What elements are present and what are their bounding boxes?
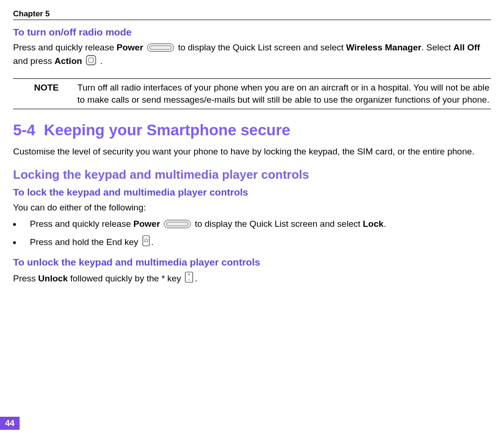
page-footer: 44	[0, 419, 20, 428]
text-fragment: .	[195, 273, 197, 283]
list-item: Press and quickly release Power to displ…	[21, 217, 491, 232]
heading-radio-mode: To turn on/off radio mode	[13, 27, 491, 38]
page-number: 44	[0, 417, 20, 430]
star-key-icon: *Y	[185, 272, 193, 286]
text-fragment: Press and quickly release	[30, 219, 133, 229]
text-fragment: and press	[13, 56, 55, 66]
section-title: Keeping your Smartphone secure	[44, 121, 290, 139]
heading-to-lock: To lock the keypad and multimedia player…	[13, 187, 491, 198]
svg-rect-6	[143, 236, 149, 246]
text-fragment: to display the Quick List screen and sel…	[195, 219, 363, 229]
section-intro: Customise the level of security you want…	[13, 146, 491, 158]
radio-mode-paragraph: Press and quickly release Power to displ…	[13, 42, 491, 68]
note-text: Turn off all radio interfaces of your ph…	[77, 82, 491, 105]
chapter-header: Chapter 5	[13, 9, 491, 20]
svg-rect-0	[147, 44, 174, 52]
text-fragment: . Select	[421, 42, 454, 52]
text-fragment: followed quickly by the * key	[68, 273, 183, 283]
text-fragment: Press	[13, 273, 38, 283]
text-fragment: Press and quickly release	[13, 42, 117, 52]
end-key-icon	[142, 235, 150, 250]
page-root: Chapter 5 To turn on/off radio mode Pres…	[0, 0, 504, 434]
action-label: Action	[55, 56, 82, 66]
power-label: Power	[117, 42, 143, 52]
action-button-icon	[86, 55, 96, 69]
unlock-label: Unlock	[38, 273, 68, 283]
svg-rect-2	[86, 56, 96, 65]
lock-label: Lock	[363, 219, 384, 229]
text-fragment: Press and hold the End key	[30, 237, 141, 247]
text-fragment: .	[151, 237, 154, 247]
heading-to-unlock: To unlock the keypad and multimedia play…	[13, 257, 491, 268]
power-button-icon	[147, 43, 174, 55]
text-fragment: to display the Quick List screen and sel…	[178, 42, 346, 52]
power-label: Power	[133, 219, 160, 229]
all-off-label: All Off	[454, 42, 480, 52]
list-item: Press and hold the End key .	[21, 235, 491, 250]
svg-rect-4	[164, 220, 191, 228]
unlock-paragraph: Press Unlock followed quickly by the * k…	[13, 272, 491, 286]
subsection-heading-locking: Locking the keypad and multimedia player…	[13, 168, 491, 182]
text-fragment: .	[384, 219, 386, 229]
svg-text:Y: Y	[188, 279, 190, 281]
note-block: NOTE Turn off all radio interfaces of yo…	[13, 78, 491, 109]
lock-options-list: Press and quickly release Power to displ…	[21, 217, 491, 250]
text-fragment: .	[98, 56, 103, 66]
section-number: 5-4	[13, 121, 35, 139]
wireless-manager-label: Wireless Manager	[346, 42, 421, 52]
lock-intro: You can do either of the following:	[13, 202, 491, 214]
section-heading: 5-4 Keeping your Smartphone secure	[13, 121, 491, 139]
power-button-icon	[164, 219, 191, 232]
svg-text:*: *	[188, 273, 190, 278]
note-label: NOTE	[13, 82, 59, 105]
